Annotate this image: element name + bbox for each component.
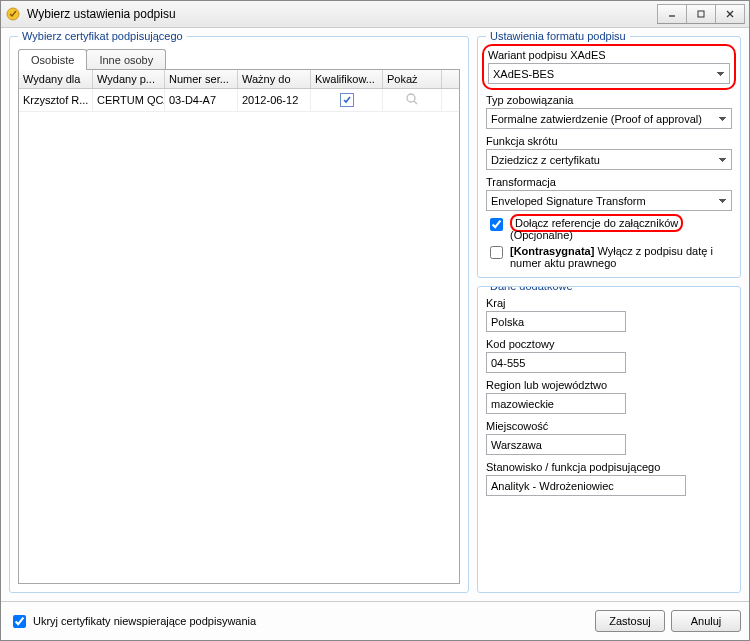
checkmark-icon — [340, 93, 354, 107]
cell-issued-by: CERTUM QCA — [93, 89, 165, 111]
countersign-row: [Kontrasygnata] Wyłącz z podpisu datę i … — [486, 245, 732, 269]
hash-select[interactable]: Dziedzicz z certyfikatu — [486, 149, 732, 170]
content-area: Wybierz certyfikat podpisującego Osobist… — [1, 28, 749, 601]
cell-show[interactable] — [383, 89, 442, 111]
attach-ref-optional: (Opcjonalne) — [510, 229, 573, 241]
format-panel-title: Ustawienia formatu podpisu — [486, 30, 630, 42]
certificate-grid: Wydany dla Wydany p... Numer ser... Ważn… — [18, 69, 460, 584]
col-serial[interactable]: Numer ser... — [165, 70, 238, 88]
tab-others[interactable]: Inne osoby — [86, 49, 166, 70]
zip-input[interactable] — [486, 352, 626, 373]
variant-label: Wariant podpisu XAdES — [488, 49, 730, 61]
country-input[interactable] — [486, 311, 626, 332]
apply-button[interactable]: Zastosuj — [595, 610, 665, 632]
extra-panel-title: Dane dodatkowe — [486, 286, 577, 292]
position-input[interactable] — [486, 475, 686, 496]
window-title: Wybierz ustawienia podpisu — [27, 7, 658, 21]
transform-select[interactable]: Enveloped Signature Transform — [486, 190, 732, 211]
city-input[interactable] — [486, 434, 626, 455]
cancel-button[interactable]: Anuluj — [671, 610, 741, 632]
minimize-button[interactable] — [657, 4, 687, 24]
col-issued-by[interactable]: Wydany p... — [93, 70, 165, 88]
attach-ref-row: Dołącz referencje do załączników (Opcjon… — [486, 217, 732, 241]
position-label: Stanowisko / funkcja podpisującego — [486, 461, 732, 473]
countersign-label: [Kontrasygnata] Wyłącz z podpisu datę i … — [510, 245, 732, 269]
zip-label: Kod pocztowy — [486, 338, 732, 350]
city-label: Miejscowość — [486, 420, 732, 432]
cell-serial: 03-D4-A7 — [165, 89, 238, 111]
variant-highlight: Wariant podpisu XAdES XAdES-BES — [482, 44, 736, 90]
region-label: Region lub województwo — [486, 379, 732, 391]
col-show[interactable]: Pokaż — [383, 70, 442, 88]
col-valid-to[interactable]: Ważny do — [238, 70, 311, 88]
table-row[interactable]: Krzysztof R... CERTUM QCA 03-D4-A7 2012-… — [19, 89, 459, 112]
magnify-icon — [405, 92, 419, 108]
titlebar: Wybierz ustawienia podpisu — [1, 1, 749, 28]
obligation-label: Typ zobowiązania — [486, 94, 732, 106]
format-panel: Ustawienia formatu podpisu Wariant podpi… — [477, 36, 741, 278]
app-icon — [5, 6, 21, 22]
col-qualified[interactable]: Kwalifikow... — [311, 70, 383, 88]
cert-tabs: Osobiste Inne osoby — [18, 49, 460, 70]
footer: Ukryj certyfikaty niewspierające podpisy… — [1, 601, 749, 640]
obligation-select[interactable]: Formalne zatwierdzenie (Proof of approva… — [486, 108, 732, 129]
certificate-panel: Wybierz certyfikat podpisującego Osobist… — [9, 36, 469, 593]
variant-select[interactable]: XAdES-BES — [488, 63, 730, 84]
hide-unsupported-label: Ukryj certyfikaty niewspierające podpisy… — [33, 615, 256, 627]
svg-line-6 — [414, 101, 417, 104]
window-buttons — [658, 4, 745, 24]
attach-ref-checkbox[interactable] — [490, 218, 503, 231]
cell-qualified — [311, 89, 383, 111]
cell-issued-for: Krzysztof R... — [19, 89, 93, 111]
svg-rect-2 — [698, 11, 704, 17]
country-label: Kraj — [486, 297, 732, 309]
maximize-button[interactable] — [686, 4, 716, 24]
grid-header: Wydany dla Wydany p... Numer ser... Ważn… — [19, 70, 459, 89]
svg-point-5 — [407, 94, 415, 102]
region-input[interactable] — [486, 393, 626, 414]
transform-label: Transformacja — [486, 176, 732, 188]
hide-unsupported-checkbox[interactable] — [13, 615, 26, 628]
tab-personal[interactable]: Osobiste — [18, 49, 87, 70]
cell-valid-to: 2012-06-12 — [238, 89, 311, 111]
certificate-panel-title: Wybierz certyfikat podpisującego — [18, 30, 187, 42]
countersign-checkbox[interactable] — [490, 246, 503, 259]
close-button[interactable] — [715, 4, 745, 24]
dialog-window: Wybierz ustawienia podpisu Wybierz certy… — [0, 0, 750, 641]
extra-panel: Dane dodatkowe Kraj Kod pocztowy Region … — [477, 286, 741, 593]
hash-label: Funkcja skrótu — [486, 135, 732, 147]
col-issued-for[interactable]: Wydany dla — [19, 70, 93, 88]
